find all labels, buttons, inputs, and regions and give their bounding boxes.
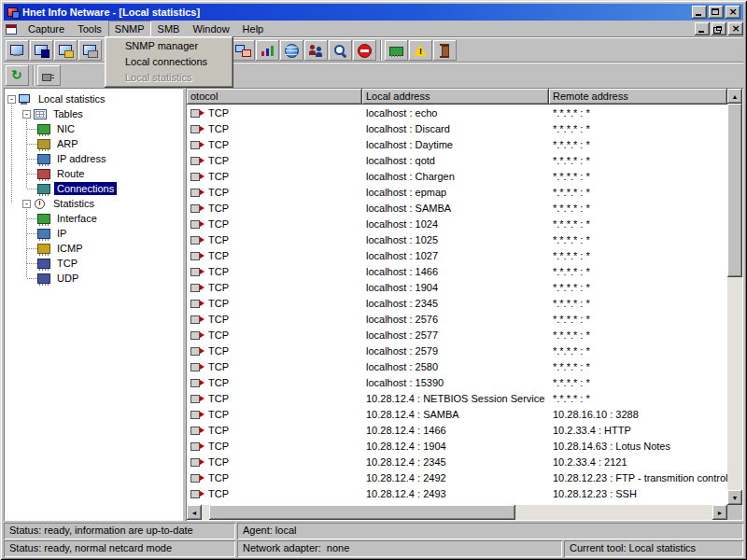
tree-item-statistics[interactable]: -Statistics — [5, 196, 182, 211]
menu-capture[interactable]: Capture — [21, 21, 71, 37]
horizontal-scrollbar[interactable]: ◄ ► — [187, 505, 742, 520]
child-window-icon[interactable] — [5, 23, 18, 35]
vertical-scrollbar[interactable]: ▲ ▼ — [727, 89, 742, 505]
menu-help[interactable]: Help — [236, 21, 271, 37]
tree-item-tcp[interactable]: TCP — [5, 256, 182, 271]
horizontal-scroll-thumb[interactable] — [209, 505, 515, 520]
connection-row[interactable]: TCPlocalhost : 2580*.*.*.* : * — [187, 358, 727, 374]
column-header-remote-address[interactable]: Remote address — [549, 89, 727, 105]
tree-item-interface[interactable]: Interface — [5, 211, 182, 226]
menu-item-local-connections[interactable]: Local connections — [106, 54, 232, 70]
tree-item-udp[interactable]: UDP — [5, 271, 182, 286]
connection-row[interactable]: TCP10.28.12.4 : SAMBA10.28.16.10 : 3288 — [187, 406, 727, 422]
plug-button[interactable] — [37, 65, 61, 86]
stop-button[interactable] — [353, 40, 376, 61]
connection-row[interactable]: TCPlocalhost : 2579*.*.*.* : * — [187, 343, 727, 358]
horizontal-scroll-track[interactable] — [202, 505, 712, 520]
connection-row[interactable]: TCPlocalhost : 1904*.*.*.* : * — [187, 279, 727, 295]
connection-row[interactable]: TCPlocalhost : 1024*.*.*.* : * — [187, 216, 727, 231]
tree-item-connections[interactable]: Connections — [5, 181, 182, 196]
connection-row[interactable]: TCP10.28.12.4 : 190410.28.14.63 : Lotus … — [187, 438, 727, 454]
connection-icon — [190, 282, 204, 292]
menu-item-snmp-manager[interactable]: SNMP manager — [106, 38, 232, 54]
connection-row[interactable]: TCPlocalhost : Discard*.*.*.* : * — [187, 120, 727, 136]
connection-row[interactable]: TCP10.28.12.4 : NETBIOS Session Service*… — [187, 390, 727, 406]
tree-item-nic[interactable]: NIC — [5, 121, 182, 136]
connection-row[interactable]: TCP10.28.12.4 : 249210.28.12.23 : FTP - … — [187, 469, 727, 485]
users-button[interactable] — [304, 40, 328, 61]
menu-window[interactable]: Window — [186, 21, 235, 37]
column-button[interactable] — [433, 40, 457, 61]
connection-row[interactable]: TCPlocalhost : epmap*.*.*.* : * — [187, 184, 727, 200]
remote-address: 10.28.12.23 : SSH — [549, 488, 727, 499]
connection-row[interactable]: TCPlocalhost : 15390*.*.*.* : * — [187, 374, 727, 390]
refresh-button[interactable] — [6, 65, 29, 86]
connection-row[interactable]: TCPlocalhost : 1027*.*.*.* : * — [187, 247, 727, 263]
maximize-button[interactable] — [709, 6, 724, 19]
connection-row[interactable]: TCPlocalhost : SAMBA*.*.*.* : * — [187, 200, 727, 216]
tree-item-tables[interactable]: -Tables — [5, 106, 182, 121]
capture-print-button[interactable] — [78, 40, 102, 61]
tree-item-icmp[interactable]: ICMP — [5, 241, 182, 256]
status-bar-lower: Status: ready, normal netcard mode Netwo… — [4, 540, 743, 557]
local-address: localhost : Chargen — [362, 171, 549, 182]
tree-item-arp[interactable]: ARP — [5, 136, 182, 151]
local-address: localhost : Discard — [362, 123, 549, 134]
menu-snmp[interactable]: SNMP — [108, 21, 151, 37]
column-header-otocol[interactable]: otocol — [187, 89, 362, 105]
connection-row[interactable]: TCPlocalhost : 2577*.*.*.* : * — [187, 327, 727, 343]
tree-item-ip-address[interactable]: IP address — [5, 151, 182, 166]
zoom-button[interactable] — [329, 40, 352, 61]
local-address: localhost : SAMBA — [362, 203, 549, 214]
connection-row[interactable]: TCP10.28.12.4 : 234510.2.33.4 : 2121 — [187, 454, 727, 469]
vertical-scroll-track[interactable] — [727, 104, 742, 490]
close-button[interactable]: × — [728, 22, 743, 35]
minimize-button[interactable] — [695, 22, 710, 35]
scroll-right-button[interactable]: ► — [712, 505, 727, 520]
collapse-toggle[interactable]: - — [22, 110, 31, 119]
connection-icon — [190, 234, 204, 245]
connection-row[interactable]: TCPlocalhost : qotd*.*.*.* : * — [187, 152, 727, 168]
connection-row[interactable]: TCPlocalhost : Daytime*.*.*.* : * — [187, 136, 727, 152]
remote-address: *.*.*.* : * — [549, 282, 727, 293]
traffic-chart-button[interactable] — [256, 40, 279, 61]
capture-view-button[interactable] — [6, 40, 29, 61]
connection-row[interactable]: TCPlocalhost : 1025*.*.*.* : * — [187, 231, 727, 247]
capture-save-button[interactable] — [30, 40, 53, 61]
menu-tools[interactable]: Tools — [71, 21, 108, 37]
agents-button[interactable] — [232, 40, 255, 61]
scroll-up-button[interactable]: ▲ — [727, 89, 742, 104]
connection-row[interactable]: TCPlocalhost : 2576*.*.*.* : * — [187, 311, 727, 327]
connection-icon — [190, 314, 204, 324]
connection-row[interactable]: TCPlocalhost : 2345*.*.*.* : * — [187, 295, 727, 311]
menu-item-local-statistics: Local statistics — [106, 70, 232, 86]
close-button[interactable]: × — [726, 6, 740, 19]
protocol-label: TCP — [208, 282, 229, 293]
collapse-toggle[interactable]: - — [7, 95, 16, 104]
connection-icon — [190, 123, 204, 133]
connection-row[interactable]: TCPlocalhost : echo*.*.*.* : * — [187, 105, 727, 120]
tree-item-ip[interactable]: IP — [5, 226, 182, 241]
capture-open-button[interactable] — [54, 40, 78, 61]
tree-item-local-statistics[interactable]: -Local statistics — [5, 91, 182, 106]
connection-row[interactable]: TCP10.28.12.4 : 146610.2.33.4 : HTTP — [187, 422, 727, 438]
tree-item-route[interactable]: Route — [5, 166, 182, 181]
scroll-left-button[interactable]: ◄ — [187, 505, 202, 520]
scroll-down-button[interactable]: ▼ — [727, 490, 742, 505]
capture-view-icon — [9, 44, 25, 58]
collapse-toggle[interactable]: - — [22, 200, 31, 208]
connection-row[interactable]: TCPlocalhost : 1466*.*.*.* : * — [187, 263, 727, 279]
column-header-local-address[interactable]: Local address — [362, 89, 549, 105]
minimize-button[interactable] — [692, 6, 707, 19]
warning-button[interactable] — [409, 40, 432, 61]
menu-smb[interactable]: SMB — [151, 21, 187, 37]
globe-button[interactable] — [280, 40, 303, 61]
netcard-button[interactable] — [385, 40, 408, 61]
vertical-scroll-thumb[interactable] — [727, 104, 742, 277]
protocol-label: TCP — [208, 377, 229, 388]
connection-row[interactable]: TCP10.28.12.4 : 249310.28.12.23 : SSH — [187, 485, 727, 501]
connection-row[interactable]: TCPlocalhost : Chargen*.*.*.* : * — [187, 168, 727, 184]
restore-button[interactable] — [712, 22, 726, 35]
tree-connector-line — [27, 273, 37, 284]
tree-panel: -Local statistics-TablesNICARPIP address… — [4, 88, 183, 521]
